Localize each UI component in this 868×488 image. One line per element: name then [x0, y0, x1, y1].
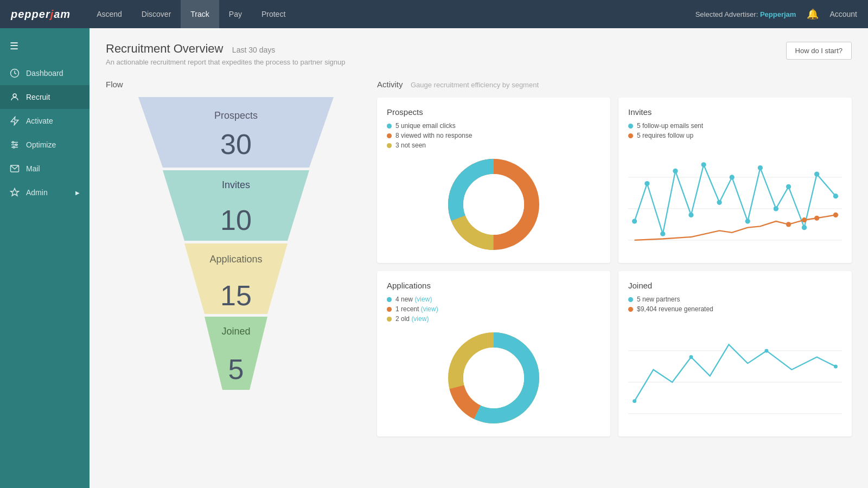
- sidebar-item-recruit-label: Recruit: [26, 93, 80, 101]
- sidebar-item-activate[interactable]: Activate: [0, 109, 90, 133]
- page-description: An actionable recruitment report that ex…: [106, 58, 346, 66]
- svg-point-25: [701, 162, 706, 167]
- svg-point-42: [633, 399, 636, 403]
- nav-ascend[interactable]: Ascend: [87, 0, 132, 28]
- account-button[interactable]: Account: [829, 10, 857, 18]
- topnav-right: Selected Advertiser: Pepperjam 🔔 Account: [695, 8, 857, 20]
- mail-icon: [10, 164, 20, 174]
- funnel-chart: Prospects 30 Invites 10 Applications 15 …: [106, 97, 366, 412]
- prospects-legend-item-3: 3 not seen: [387, 142, 601, 149]
- prospects-legend-item-1: 5 unique email clicks: [387, 122, 601, 130]
- svg-text:Joined: Joined: [221, 326, 250, 337]
- joined-blue-line: [635, 344, 836, 401]
- page-header: Recruitment Overview Last 30 days An act…: [106, 42, 852, 66]
- nav-links: Ascend Discover Track Pay Protect: [87, 0, 295, 28]
- sidebar-item-optimize[interactable]: Optimize: [0, 133, 90, 157]
- optimize-icon: [10, 140, 20, 150]
- svg-text:30: 30: [220, 129, 252, 160]
- applications-legend-item-2: 1 recent (view): [387, 305, 601, 313]
- svg-point-31: [786, 184, 791, 189]
- activity-header: Activity Gauge recruitment efficiency by…: [377, 80, 852, 89]
- activity-subtitle: Gauge recruitment efficiency by segment: [411, 81, 539, 89]
- sidebar-item-mail[interactable]: Mail: [0, 157, 90, 181]
- prospects-dot-orange: [387, 133, 392, 138]
- applications-view-new[interactable]: (view): [414, 296, 432, 303]
- prospects-card: Prospects 5 unique email clicks 8 viewed…: [377, 98, 610, 263]
- svg-point-44: [764, 349, 768, 352]
- applications-legend-item-3: 2 old (view): [387, 315, 601, 323]
- sidebar: ☰ Dashboard Recruit Activate Optimize Ma…: [0, 28, 90, 488]
- invites-dot-orange: [628, 133, 633, 138]
- recruit-icon: [10, 92, 20, 102]
- joined-line-chart: [628, 319, 842, 420]
- invites-legend-item-1: 5 follow-up emails sent: [628, 122, 842, 130]
- svg-text:5: 5: [228, 354, 244, 385]
- admin-chevron-icon: ▶: [75, 190, 80, 196]
- applications-dot-orange: [387, 307, 392, 312]
- svg-point-5: [12, 142, 14, 143]
- svg-point-30: [774, 206, 778, 211]
- applications-donut-container: [387, 329, 601, 427]
- advertiser-link[interactable]: Pepperjam: [760, 10, 796, 18]
- donut-hole: [463, 174, 524, 235]
- svg-point-43: [689, 355, 693, 359]
- joined-legend: 5 new partners $9,404 revenue generated: [628, 296, 842, 313]
- page-title-group: Recruitment Overview Last 30 days An act…: [106, 42, 346, 66]
- sidebar-item-mail-label: Mail: [26, 164, 80, 173]
- sidebar-item-dashboard-label: Dashboard: [26, 69, 80, 78]
- sidebar-item-admin[interactable]: Admin ▶: [0, 181, 90, 204]
- applications-card-title: Applications: [387, 281, 601, 290]
- sidebar-item-recruit[interactable]: Recruit: [0, 85, 90, 109]
- sidebar-item-admin-label: Admin: [26, 188, 69, 197]
- svg-point-45: [834, 364, 838, 368]
- svg-text:10: 10: [220, 204, 252, 236]
- invites-legend: 5 follow-up emails sent 5 requires follo…: [628, 122, 842, 139]
- activity-grid: Prospects 5 unique email clicks 8 viewed…: [377, 98, 852, 436]
- invites-blue-line: [635, 165, 836, 234]
- sidebar-toggle[interactable]: ☰: [0, 34, 90, 59]
- svg-text:Applications: Applications: [209, 254, 262, 265]
- nav-track[interactable]: Track: [181, 0, 219, 28]
- joined-legend-item-1: 5 new partners: [628, 296, 842, 303]
- invites-dot-blue: [628, 124, 633, 129]
- applications-card: Applications 4 new (view) 1 recent (view…: [377, 271, 610, 436]
- nav-protect[interactable]: Protect: [252, 0, 295, 28]
- svg-point-35: [786, 222, 791, 227]
- nav-discover[interactable]: Discover: [132, 0, 181, 28]
- svg-text:Invites: Invites: [222, 179, 250, 190]
- admin-icon: [10, 188, 20, 197]
- nav-pay[interactable]: Pay: [219, 0, 252, 28]
- sidebar-item-dashboard[interactable]: Dashboard: [0, 61, 90, 85]
- svg-point-6: [16, 144, 17, 146]
- invites-legend-item-2: 5 requires follow up: [628, 132, 842, 139]
- notification-icon[interactable]: 🔔: [807, 8, 819, 20]
- svg-point-37: [814, 216, 819, 221]
- svg-point-32: [802, 225, 807, 230]
- svg-point-38: [833, 213, 838, 217]
- prospects-donut: [439, 156, 548, 253]
- joined-chart-container: [628, 319, 842, 406]
- how-do-i-start-button[interactable]: How do I start?: [786, 42, 852, 60]
- svg-point-26: [717, 200, 722, 205]
- flow-section: Flow Prospects 30 Invites 10 Application…: [106, 80, 366, 414]
- joined-dot-orange: [628, 307, 633, 312]
- joined-legend-item-2: $9,404 revenue generated: [628, 305, 842, 313]
- applications-view-recent[interactable]: (view): [421, 305, 438, 313]
- selected-advertiser: Selected Advertiser: Pepperjam: [695, 10, 796, 18]
- applications-legend-item-1: 4 new (view): [387, 296, 601, 303]
- page-period: Last 30 days: [232, 46, 275, 54]
- activity-label: Activity: [377, 80, 403, 89]
- applications-dot-yellow: [387, 317, 392, 322]
- applications-view-old[interactable]: (view): [411, 315, 429, 323]
- prospects-card-title: Prospects: [387, 107, 601, 117]
- svg-point-33: [814, 172, 819, 177]
- svg-point-1: [13, 94, 16, 97]
- prospects-dot-blue: [387, 124, 392, 129]
- logo[interactable]: pepperjam: [11, 8, 71, 21]
- activate-icon: [10, 116, 20, 126]
- dashboard-icon: [10, 68, 20, 78]
- joined-card-title: Joined: [628, 281, 842, 290]
- flow-label: Flow: [106, 80, 366, 89]
- sidebar-item-activate-label: Activate: [26, 117, 80, 125]
- svg-point-21: [644, 181, 649, 186]
